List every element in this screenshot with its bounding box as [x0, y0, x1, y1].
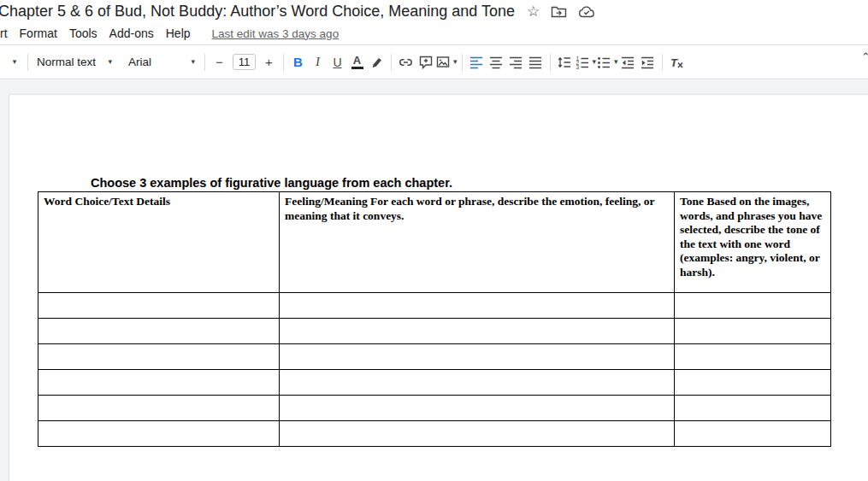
table-cell[interactable] [38, 293, 280, 319]
svg-text:T: T [670, 56, 678, 68]
document-canvas: Choose 3 examples of figurative language… [0, 80, 868, 481]
table-cell[interactable] [38, 396, 280, 421]
table-cell[interactable] [280, 293, 675, 319]
line-spacing-icon [557, 55, 572, 70]
svg-text:3: 3 [576, 64, 579, 70]
align-center-icon [488, 55, 504, 70]
table-cell[interactable] [675, 293, 831, 319]
table-cell[interactable] [38, 319, 280, 344]
document-title[interactable]: Chapter 5 & 6 of Bud, Not Buddy: Author’… [0, 3, 515, 21]
table-cell[interactable] [280, 370, 675, 396]
table-cell[interactable] [675, 319, 831, 344]
clear-formatting-icon: T [669, 55, 685, 70]
minus-icon: − [216, 55, 223, 69]
menu-item-addons[interactable]: Add-ons [103, 25, 160, 42]
increase-indent-button[interactable] [638, 51, 658, 73]
document-page[interactable]: Choose 3 examples of figurative language… [9, 94, 868, 481]
menu-item-format[interactable]: Format [14, 25, 63, 42]
bulleted-list-button[interactable]: ▾ [596, 51, 618, 73]
table-header-word-choice[interactable]: Word Choice/Text Details [38, 192, 280, 293]
table-cell[interactable] [280, 319, 675, 344]
toolbar-separator [27, 54, 28, 71]
menu-item-insert-partial[interactable]: rt [0, 25, 14, 42]
table-row [38, 344, 831, 370]
bold-button[interactable]: B [288, 51, 308, 73]
text-color-letter: A [353, 55, 361, 66]
align-left-icon [469, 55, 484, 70]
table-cell[interactable] [280, 344, 675, 370]
figurative-language-table: Word Choice/Text Details Feeling/Meaning… [38, 191, 831, 447]
paragraph-style-value: Normal text [37, 56, 96, 68]
table-cell[interactable] [280, 421, 675, 447]
line-spacing-button[interactable] [555, 51, 575, 73]
table-cell[interactable] [38, 370, 280, 396]
table-row [38, 396, 831, 421]
toolbar: ▾ Normal text ▾ Arial ▾ − 11 + B I U A [0, 45, 868, 79]
table-header-feeling-meaning[interactable]: Feeling/Meaning For each word or phrase,… [280, 192, 675, 293]
decrease-indent-button[interactable] [618, 51, 638, 73]
increase-indent-icon [640, 55, 655, 70]
chevron-down-icon: ▾ [614, 58, 618, 66]
justify-icon [528, 55, 543, 70]
link-icon [398, 55, 414, 70]
plus-icon: + [265, 55, 273, 69]
menu-item-help[interactable]: Help [160, 25, 197, 42]
highlight-button[interactable] [367, 51, 387, 73]
underline-button[interactable]: U [328, 51, 347, 73]
table-row [38, 293, 831, 319]
align-left-button[interactable] [467, 51, 487, 73]
chevron-down-icon: ▾ [191, 58, 195, 66]
toolbar-dropdown-caret[interactable]: ▾ [3, 51, 23, 73]
toolbar-separator [550, 54, 551, 71]
toolbar-separator [662, 54, 663, 71]
title-bar: Chapter 5 & 6 of Bud, Not Buddy: Author’… [0, 0, 868, 23]
star-icon[interactable]: ☆ [527, 4, 540, 19]
table-cell[interactable] [675, 421, 831, 447]
comment-plus-icon [418, 55, 434, 70]
table-header-row: Word Choice/Text Details Feeling/Meaning… [38, 192, 831, 293]
decrease-font-size-button[interactable]: − [210, 51, 229, 73]
align-center-button[interactable] [487, 51, 506, 73]
menu-bar: rt Format Tools Add-ons Help Last edit w… [0, 22, 868, 45]
chevron-down-icon: ▾ [453, 58, 458, 66]
highlighter-icon [369, 55, 385, 70]
italic-button[interactable]: I [308, 51, 328, 73]
cloud-saved-icon [578, 5, 595, 18]
bulleted-list-icon [596, 55, 611, 70]
chevron-down-icon: ▾ [108, 58, 112, 66]
toolbar-separator [283, 54, 284, 71]
insert-image-button[interactable]: ▾ [435, 51, 458, 73]
increase-font-size-button[interactable]: + [259, 51, 279, 73]
insert-link-button[interactable] [396, 51, 416, 73]
font-size-input[interactable]: 11 [233, 54, 256, 70]
text-color-button[interactable]: A [347, 51, 367, 73]
hide-menus-caret-partial[interactable]: ⌃ [861, 50, 868, 63]
justify-button[interactable] [526, 51, 546, 73]
table-cell[interactable] [675, 396, 831, 421]
numbered-list-button[interactable]: 1 2 3 ▾ [575, 51, 597, 73]
menu-item-tools[interactable]: Tools [63, 25, 103, 42]
toolbar-separator [462, 54, 463, 71]
toolbar-separator [204, 54, 205, 71]
table-cell[interactable] [280, 396, 675, 421]
table-cell[interactable] [38, 344, 280, 370]
paragraph-style-dropdown[interactable]: Normal text ▾ [32, 51, 116, 73]
add-comment-button[interactable] [416, 51, 435, 73]
table-header-tone[interactable]: Tone Based on the images, words, and phr… [675, 192, 831, 293]
document-heading[interactable]: Choose 3 examples of figurative language… [91, 176, 452, 190]
table-cell[interactable] [675, 370, 831, 396]
table-cell[interactable] [675, 344, 831, 370]
text-color-swatch [351, 67, 363, 69]
align-right-button[interactable] [506, 51, 526, 73]
table-row [38, 421, 831, 447]
clear-formatting-button[interactable]: T [667, 51, 687, 73]
last-edit-link[interactable]: Last edit was 3 days ago [212, 27, 340, 40]
table-cell[interactable] [38, 421, 280, 447]
toolbar-separator [391, 54, 392, 71]
font-family-value: Arial [128, 56, 151, 68]
font-family-dropdown[interactable]: Arial ▾ [123, 51, 200, 73]
move-to-folder-icon[interactable] [551, 5, 567, 19]
numbered-list-icon: 1 2 3 [575, 55, 590, 70]
table-row [38, 319, 831, 344]
align-right-icon [508, 55, 523, 70]
